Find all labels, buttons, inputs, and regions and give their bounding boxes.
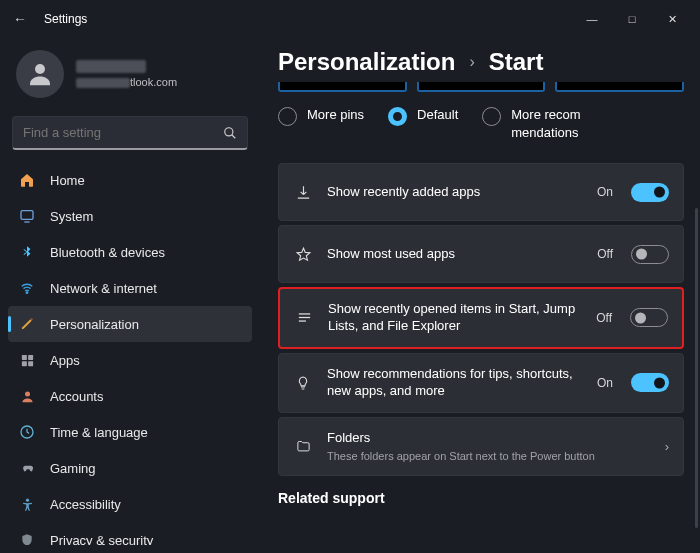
toggle-switch[interactable] (630, 308, 668, 327)
setting-label: Show most used apps (327, 246, 583, 263)
bluetooth-icon (18, 243, 36, 261)
toggle-state: On (597, 185, 613, 199)
toggle-state: Off (597, 247, 613, 261)
profile-email: tlook.com (76, 76, 177, 88)
minimize-button[interactable]: ― (572, 4, 612, 34)
scrollbar[interactable] (695, 208, 698, 528)
svg-rect-7 (28, 354, 33, 359)
breadcrumb-current: Start (489, 48, 544, 76)
radio-circle-icon (482, 107, 501, 126)
svg-rect-8 (21, 361, 26, 366)
apps-icon (18, 351, 36, 369)
radio-more-pins[interactable]: More pins (278, 106, 364, 126)
nav-label: Accounts (50, 389, 103, 404)
nav-apps[interactable]: Apps (8, 342, 252, 378)
folder-icon (293, 436, 313, 456)
radio-default[interactable]: Default (388, 106, 458, 126)
setting-label: Folders (327, 430, 645, 447)
nav-label: Accessibility (50, 497, 121, 512)
toggle-switch[interactable] (631, 245, 669, 264)
nav-label: Bluetooth & devices (50, 245, 165, 260)
nav-label: Personalization (50, 317, 139, 332)
nav-label: System (50, 209, 93, 224)
chevron-right-icon: › (665, 439, 669, 454)
toggle-state: Off (596, 311, 612, 325)
clock-icon (18, 423, 36, 441)
svg-point-0 (35, 64, 45, 74)
nav-privacy[interactable]: Privacy & security (8, 522, 252, 545)
svg-point-10 (25, 391, 30, 396)
nav-label: Network & internet (50, 281, 157, 296)
gaming-icon (18, 459, 36, 477)
nav-label: Gaming (50, 461, 96, 476)
nav-label: Home (50, 173, 85, 188)
svg-point-12 (25, 498, 28, 501)
window-title: Settings (44, 12, 87, 26)
breadcrumb-parent[interactable]: Personalization (278, 48, 455, 76)
svg-rect-9 (28, 361, 33, 366)
nav-label: Privacy & security (50, 533, 153, 546)
setting-recent-items[interactable]: Show recently opened items in Start, Jum… (278, 287, 684, 349)
wifi-icon (18, 279, 36, 297)
radio-circle-icon (278, 107, 297, 126)
lightbulb-icon (293, 373, 313, 393)
svg-rect-6 (21, 354, 26, 359)
list-icon (294, 308, 314, 328)
setting-label: Show recently opened items in Start, Jum… (328, 301, 582, 335)
radio-circle-icon (388, 107, 407, 126)
nav-label: Time & language (50, 425, 148, 440)
nav-gaming[interactable]: Gaming (8, 450, 252, 486)
setting-label: Show recommendations for tips, shortcuts… (327, 366, 583, 400)
radio-more-recommendations[interactable]: More recommendations (482, 106, 586, 141)
close-button[interactable]: ✕ (652, 4, 692, 34)
toggle-switch[interactable] (631, 183, 669, 202)
profile-name-redacted (76, 60, 146, 73)
setting-recent-apps[interactable]: Show recently added apps On (278, 163, 684, 221)
setting-folders[interactable]: Folders These folders appear on Start ne… (278, 417, 684, 476)
radio-label: More recommendations (511, 106, 586, 141)
toggle-state: On (597, 376, 613, 390)
nav-personalization[interactable]: Personalization (8, 306, 252, 342)
radio-label: Default (417, 106, 458, 124)
profile-block[interactable]: tlook.com (8, 38, 252, 116)
breadcrumb: Personalization › Start (278, 48, 684, 76)
radio-label: More pins (307, 106, 364, 124)
chevron-right-icon: › (469, 53, 474, 71)
nav-time[interactable]: Time & language (8, 414, 252, 450)
nav-accessibility[interactable]: Accessibility (8, 486, 252, 522)
system-icon (18, 207, 36, 225)
content-area: Personalization › Start More pins Defaul… (260, 38, 700, 553)
nav-accounts[interactable]: Accounts (8, 378, 252, 414)
related-support-heading: Related support (278, 490, 684, 506)
search-input[interactable] (23, 125, 223, 140)
layout-preview-bar (278, 82, 684, 92)
paint-icon (18, 315, 36, 333)
setting-recommendations[interactable]: Show recommendations for tips, shortcuts… (278, 353, 684, 413)
download-icon (293, 182, 313, 202)
search-icon (223, 126, 237, 140)
svg-point-1 (225, 127, 233, 135)
nav-system[interactable]: System (8, 198, 252, 234)
nav-home[interactable]: Home (8, 162, 252, 198)
svg-line-2 (232, 134, 236, 138)
nav-label: Apps (50, 353, 80, 368)
toggle-switch[interactable] (631, 373, 669, 392)
maximize-button[interactable]: □ (612, 4, 652, 34)
sidebar: tlook.com Home System Bluetooth & device… (0, 38, 260, 553)
setting-most-used[interactable]: Show most used apps Off (278, 225, 684, 283)
layout-card[interactable] (555, 82, 684, 92)
layout-card[interactable] (278, 82, 407, 92)
svg-point-5 (26, 292, 27, 293)
accessibility-icon (18, 495, 36, 513)
layout-card[interactable] (417, 82, 546, 92)
home-icon (18, 171, 36, 189)
star-icon (293, 244, 313, 264)
setting-label: Show recently added apps (327, 184, 583, 201)
back-button[interactable]: ← (8, 11, 32, 27)
svg-rect-3 (21, 211, 33, 220)
nav-bluetooth[interactable]: Bluetooth & devices (8, 234, 252, 270)
search-box[interactable] (12, 116, 248, 150)
avatar (16, 50, 64, 98)
nav-network[interactable]: Network & internet (8, 270, 252, 306)
setting-sublabel: These folders appear on Start next to th… (327, 449, 645, 463)
